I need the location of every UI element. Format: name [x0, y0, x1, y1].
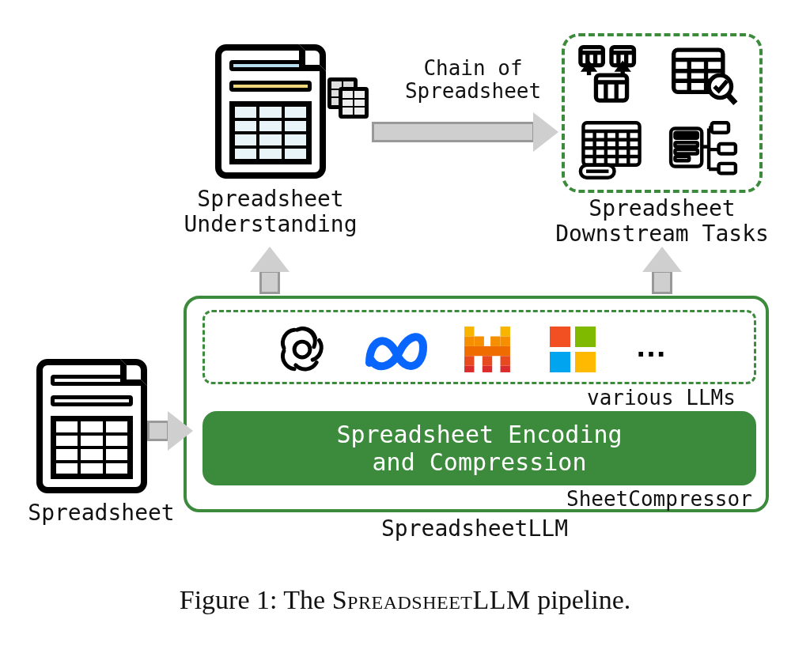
chain-line1: Chain of: [423, 56, 522, 80]
arrow-input-icon: [147, 411, 193, 451]
mistral-icon: [463, 325, 512, 374]
caption-suffix: pipeline.: [531, 585, 631, 614]
svg-rect-52: [483, 366, 492, 372]
diagram-canvas: Spreadsheet Understanding Chain of Sprea…: [0, 0, 810, 672]
downstream-label: Spreadsheet Downstream Tasks: [539, 196, 785, 247]
svg-rect-48: [464, 356, 474, 365]
svg-rect-38: [719, 164, 736, 173]
spreadsheet-input-icon: [36, 359, 147, 493]
meta-icon: [363, 328, 430, 371]
understanding-line2: Understanding: [184, 211, 357, 237]
svg-point-40: [294, 342, 310, 357]
table-transform-icon: [576, 44, 647, 108]
encoding-line1: Spreadsheet Encoding: [336, 421, 622, 448]
svg-rect-56: [550, 352, 570, 372]
downstream-tasks-box: [562, 33, 763, 193]
svg-rect-49: [483, 356, 492, 365]
microsoft-icon: [550, 327, 596, 372]
svg-rect-0: [581, 47, 603, 66]
svg-rect-55: [575, 327, 596, 347]
caption-name: SpreadsheetLLM: [332, 585, 531, 614]
svg-rect-32: [675, 133, 697, 138]
svg-rect-50: [501, 356, 510, 365]
downstream-line1: Spreadsheet: [589, 195, 735, 221]
openai-icon: [276, 323, 328, 376]
svg-rect-8: [596, 75, 626, 100]
svg-rect-41: [464, 327, 474, 336]
svg-rect-43: [464, 336, 474, 345]
ellipsis-icon: …: [635, 328, 667, 364]
svg-rect-51: [464, 366, 474, 372]
mini-sheets-icon: [327, 77, 372, 122]
svg-rect-37: [719, 144, 736, 153]
svg-rect-47: [464, 346, 510, 356]
spreadsheet-label: Spreadsheet: [22, 500, 180, 526]
spreadsheet-understanding-icon: [215, 44, 326, 179]
svg-rect-57: [575, 352, 596, 372]
svg-rect-54: [550, 327, 570, 347]
svg-rect-33: [675, 142, 697, 146]
various-llms-label: various LLMs: [587, 386, 736, 410]
chain-of-spreadsheet-label: Chain of Spreadsheet: [394, 57, 552, 102]
svg-rect-42: [501, 327, 510, 336]
chain-line2: Spreadsheet: [405, 79, 541, 103]
sheetcompressor-label: SheetCompressor: [566, 487, 752, 511]
understanding-label: Spreadsheet Understanding: [179, 187, 362, 237]
form-tree-icon: [668, 119, 739, 182]
svg-rect-34: [675, 149, 697, 153]
encoding-line2: and Compression: [373, 448, 587, 476]
spreadsheetllm-box: … various LLMs Spreadsheet Encoding and …: [184, 296, 769, 512]
arrow-to-understanding-icon: [250, 247, 290, 294]
svg-rect-53: [501, 366, 510, 372]
arrow-chain-icon: [372, 112, 558, 152]
spreadsheet-footer-icon: [576, 119, 647, 182]
caption-prefix: Figure 1: The: [180, 585, 332, 614]
understanding-line1: Spreadsheet: [197, 186, 343, 212]
svg-rect-20: [583, 123, 639, 164]
figure-caption: Figure 1: The SpreadsheetLLM pipeline.: [0, 585, 810, 615]
arrow-to-downstream-icon: [642, 247, 682, 294]
spreadsheetllm-label: SpreadsheetLLM: [340, 515, 609, 542]
svg-rect-44: [474, 336, 483, 345]
svg-rect-36: [712, 123, 729, 132]
encoding-compression-box: Spreadsheet Encoding and Compression: [202, 411, 756, 485]
llms-row: …: [202, 310, 756, 384]
svg-rect-46: [501, 336, 510, 345]
svg-rect-45: [490, 336, 500, 345]
table-search-icon: [668, 44, 739, 108]
downstream-line2: Downstream Tasks: [555, 221, 769, 247]
svg-line-19: [728, 95, 736, 104]
svg-rect-35: [675, 157, 689, 160]
